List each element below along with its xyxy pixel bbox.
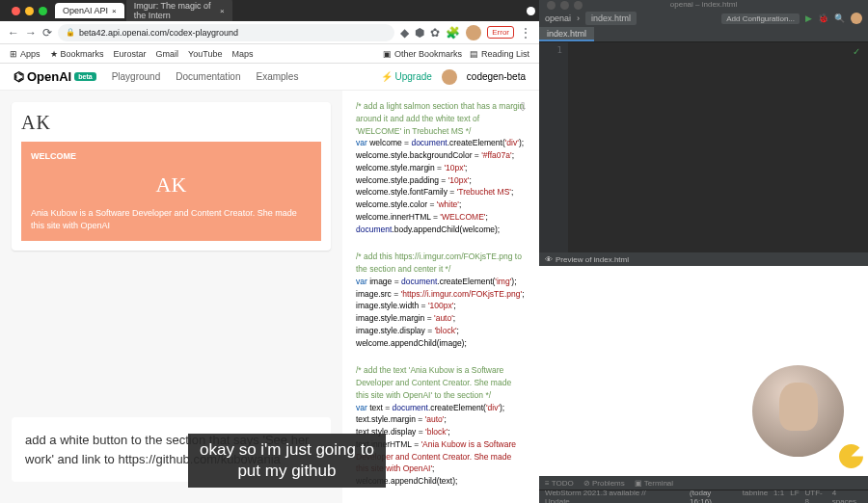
window-controls (4, 3, 55, 19)
extension-icon[interactable]: ⬢ (415, 26, 424, 40)
apps-shortcut[interactable]: ⊞ Apps (10, 49, 41, 59)
user-avatar[interactable] (442, 69, 457, 85)
time-indicator: (today 16:16) (690, 489, 735, 504)
browser-tab-openai[interactable]: OpenAI API× (55, 3, 124, 18)
bookmark-eurostar[interactable]: Eurostar (114, 49, 147, 59)
maximize-window[interactable] (39, 7, 47, 15)
nav-examples[interactable]: Examples (257, 71, 299, 82)
preview-panel-header[interactable]: 👁 Preview of index.html (539, 252, 868, 266)
debug-icon[interactable]: 🐞 (818, 13, 828, 23)
app-header: ⌬ OpenAI beta Playground Documentation E… (0, 64, 539, 91)
breadcrumb-project[interactable]: openai (545, 13, 571, 23)
chrome-tab-strip: OpenAI API× Imgur: The magic of the Inte… (0, 0, 539, 21)
forward-icon[interactable]: → (25, 26, 37, 40)
ide-avatar[interactable] (851, 13, 862, 24)
bookmark-maps[interactable]: Maps (231, 49, 253, 59)
nav-documentation[interactable]: Documentation (176, 71, 240, 82)
search-icon[interactable]: 🔍 (834, 13, 845, 23)
browser-tab-imgur[interactable]: Imgur: The magic of the Intern× (126, 0, 232, 23)
close-tab-icon[interactable]: × (220, 7, 225, 15)
problems-tab[interactable]: ⊘ Problems (583, 479, 625, 488)
ide-toolbar: openai › index.html Add Configuration...… (539, 10, 868, 27)
breadcrumb-file[interactable]: index.html (585, 12, 637, 25)
address-bar[interactable]: 🔒beta42.api.openai.com/codex-playground (58, 24, 394, 41)
center-logo: AK (31, 172, 312, 198)
preview-panel (539, 266, 868, 476)
line-sep[interactable]: LF (790, 489, 799, 504)
reload-icon[interactable]: ⟳ (42, 26, 52, 40)
bookmark-youtube[interactable]: YouTube (188, 49, 222, 59)
cursor-pos: 1:1 (773, 489, 784, 504)
ide-window-title: openai – index.html (539, 0, 868, 9)
close-window[interactable] (12, 7, 20, 15)
bookmarks-bar: ⊞ Apps ★ Bookmarks Eurostar Gmail YouTub… (0, 44, 539, 64)
upgrade-link[interactable]: ⚡ Upgrade (381, 71, 432, 82)
encoding[interactable]: UTF-8 (805, 489, 827, 504)
reading-list[interactable]: ▤ Reading List (470, 49, 529, 59)
lock-icon: 🔒 (66, 28, 75, 37)
line-gutter: 1 (539, 42, 568, 252)
pacman-icon (839, 444, 863, 468)
webcam-overlay (752, 365, 844, 457)
profile-avatar[interactable] (466, 25, 481, 40)
menu-icon[interactable]: ⋮ (520, 26, 531, 40)
ide-editor-tabs: index.html (539, 27, 868, 42)
welcome-heading: WELCOME (31, 151, 312, 161)
minimize-window[interactable] (25, 7, 34, 15)
extension-icon[interactable]: ◆ (400, 26, 409, 40)
indent[interactable]: 4 spaces (832, 489, 862, 504)
editor-tab-index[interactable]: index.html (539, 27, 594, 41)
download-icon[interactable]: ⇩ (518, 98, 528, 116)
todo-tab[interactable]: ≡ TODO (545, 479, 574, 488)
run-icon[interactable]: ▶ (805, 13, 812, 23)
terminal-tab[interactable]: ▣ Terminal (635, 479, 673, 488)
back-icon[interactable]: ← (8, 26, 19, 40)
user-name: codegen-beta (467, 71, 526, 82)
tab-overflow[interactable] (527, 7, 535, 15)
extension-icon[interactable]: ✿ (430, 26, 440, 40)
puzzle-icon[interactable]: 🧩 (446, 26, 460, 40)
run-config-dropdown[interactable]: Add Configuration... (721, 13, 800, 24)
welcome-section: WELCOME AK Ania Kubow is a Software Deve… (21, 142, 321, 241)
error-badge[interactable]: Error (487, 26, 514, 39)
site-logo: AK (21, 112, 321, 134)
close-tab-icon[interactable]: × (112, 7, 117, 15)
ide-editor[interactable]: 1 ✓ (539, 42, 868, 252)
video-caption: okay so i'm just going toput my github (188, 434, 386, 488)
openai-logo[interactable]: ⌬ OpenAI beta (14, 69, 96, 84)
tabnine-indicator[interactable]: tabnine (743, 489, 768, 504)
welcome-description: Ania Kubow is a Software Developer and C… (31, 207, 312, 231)
bookmark-gmail[interactable]: Gmail (156, 49, 179, 59)
bookmark-folder[interactable]: ★ Bookmarks (50, 49, 104, 59)
chrome-toolbar: ← → ⟳ 🔒beta42.api.openai.com/codex-playg… (0, 21, 539, 44)
preview-card: AK WELCOME AK Ania Kubow is a Software D… (12, 102, 331, 251)
inspection-ok-icon[interactable]: ✓ (853, 46, 860, 57)
ide-status-bar: WebStorm 2021.3 available // Update... (… (539, 490, 868, 503)
update-notice[interactable]: WebStorm 2021.3 available // Update... (545, 489, 678, 504)
other-bookmarks[interactable]: ▣ Other Bookmarks (383, 49, 462, 59)
nav-playground[interactable]: Playground (112, 71, 161, 82)
